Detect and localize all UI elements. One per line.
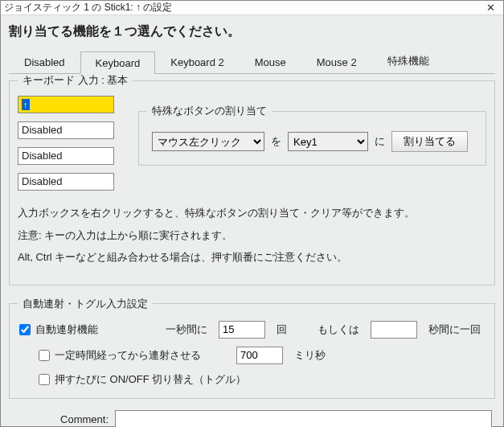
note-line-2: 注意: キーの入力は上から順に実行されます。: [18, 228, 486, 244]
dialog-heading: 割り当てる機能を１つ選んでください。: [9, 23, 495, 40]
tab-disabled[interactable]: Disabled: [9, 51, 80, 73]
per-sec-pre: 一秒間に: [166, 322, 207, 337]
close-icon[interactable]: ✕: [483, 2, 498, 14]
key-slot-1[interactable]: ↑: [18, 96, 114, 113]
assign-source-select[interactable]: マウス左クリック: [152, 132, 264, 151]
tab-special[interactable]: 特殊機能: [372, 48, 445, 73]
autofire-checkbox-row[interactable]: 自動連射機能: [19, 322, 98, 337]
per-sec-input[interactable]: [219, 321, 265, 339]
assign-mid-1: を: [271, 134, 281, 149]
tab-keyboard[interactable]: Keyboard: [80, 51, 156, 74]
per-sec-post: 回: [277, 322, 287, 337]
autofire-checkbox[interactable]: [19, 324, 31, 335]
comment-label: Comment:: [12, 413, 109, 425]
key-slot-2[interactable]: Disabled: [18, 121, 114, 139]
note-line-1: 入力ボックスを右クリックすると、特殊なボタンの割り当て・クリア等ができます。: [18, 205, 486, 221]
dialog-title: ジョイスティック 1 の Stick1: ↑ の設定: [4, 1, 172, 14]
keyboard-basic-legend: キーボード 入力 : 基本: [18, 73, 133, 88]
assign-button[interactable]: 割り当てる: [391, 131, 468, 152]
assign-mid-2: に: [375, 134, 385, 149]
toggle-checkbox[interactable]: [39, 374, 50, 385]
assign-target-select[interactable]: Key1: [288, 132, 368, 151]
delay-checkbox-row[interactable]: 一定時間経ってから連射させる: [39, 348, 201, 363]
interval-input[interactable]: [371, 321, 417, 339]
toggle-checkbox-row[interactable]: 押すたびに ON/OFF 切り替え（トグル）: [39, 372, 246, 387]
special-assign-legend: 特殊なボタンの割り当て: [147, 104, 272, 118]
special-assign-group: 特殊なボタンの割り当て マウス左クリック を Key1 に 割り当てる: [138, 104, 486, 166]
note-line-3: Alt, Ctrl キーなどと組み合わせる場合は、押す順番にご注意ください。: [18, 249, 486, 265]
tab-mouse[interactable]: Mouse: [240, 51, 301, 73]
key-slot-4[interactable]: Disabled: [18, 173, 114, 191]
keyboard-basic-group: キーボード 入力 : 基本 ↑ Disabled Disabled Disabl…: [9, 73, 495, 285]
autofire-group: 自動連射・トグル入力設定 自動連射機能 一秒間に 回 もしくは 秒間に一回: [9, 297, 495, 399]
autofire-checkbox-label: 自動連射機能: [35, 322, 98, 337]
tab-mouse2[interactable]: Mouse 2: [301, 51, 372, 73]
delay-input[interactable]: [236, 347, 283, 364]
delay-checkbox[interactable]: [39, 350, 50, 361]
tab-keyboard2[interactable]: Keyboard 2: [155, 51, 240, 73]
comment-input[interactable]: [115, 410, 492, 428]
toggle-checkbox-label: 押すたびに ON/OFF 切り替え（トグル）: [55, 372, 246, 387]
key-slot-3[interactable]: Disabled: [18, 147, 114, 165]
or-label: もしくは: [318, 322, 359, 337]
delay-post: ミリ秒: [294, 348, 326, 363]
key-slot-1-value: ↑: [22, 99, 30, 110]
tab-strip: Disabled Keyboard Keyboard 2 Mouse Mouse…: [9, 48, 495, 74]
delay-checkbox-label: 一定時間経ってから連射させる: [55, 348, 201, 363]
autofire-legend: 自動連射・トグル入力設定: [18, 297, 153, 311]
interval-post: 秒間に一回: [428, 322, 481, 337]
